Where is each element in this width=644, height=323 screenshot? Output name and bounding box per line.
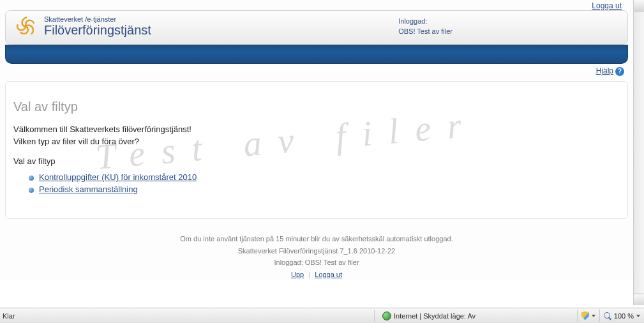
content-panel: Test av filer Val av filtyp Välkommen ti… — [5, 81, 628, 219]
filetype-list: Kontrolluppgifter (KU) för inkomståret 2… — [29, 172, 620, 194]
footer-logged: Inloggad: OBS! Test av filer — [0, 257, 633, 269]
welcome-text: Välkommen till Skatteverkets filöverföri… — [13, 124, 620, 134]
question-text: Vilken typ av filer vill du föra över? — [13, 137, 620, 146]
list-item: Periodisk sammanställning — [29, 184, 620, 194]
status-left: Klar — [0, 312, 370, 320]
help-link[interactable]: Hjälp — [596, 66, 613, 75]
brand-title: Filöverföringstjänst — [44, 23, 151, 38]
footer-timeout: Om du inte använt tjänsten på 15 minuter… — [0, 233, 633, 245]
help-row: Hjälp? — [0, 66, 624, 76]
logout-bar: Logga ut — [0, 0, 633, 10]
filetype-link-periodisk[interactable]: Periodisk sammanställning — [39, 184, 138, 194]
protected-mode-button[interactable] — [577, 310, 599, 322]
chevron-down-icon — [636, 315, 640, 317]
magnifier-icon — [604, 312, 611, 320]
help-icon[interactable]: ? — [615, 67, 624, 76]
filetype-link-ku[interactable]: Kontrolluppgifter (KU) för inkomståret 2… — [39, 172, 197, 182]
zone-text: Internet | Skyddat läge: Av — [394, 312, 476, 320]
footer: Om du inte använt tjänsten på 15 minuter… — [0, 233, 633, 281]
globe-icon — [382, 312, 391, 320]
divider — [374, 310, 375, 322]
browser-statusbar: Klar Internet | Skyddat läge: Av 100 % — [0, 308, 644, 323]
zoom-value: 100 % — [614, 312, 634, 320]
chevron-down-icon — [592, 315, 595, 317]
list-item: Kontrolluppgifter (KU) för inkomståret 2… — [29, 172, 620, 182]
subhead: Val av filtyp — [13, 156, 620, 166]
logout-link-top[interactable]: Logga ut — [592, 1, 622, 10]
footer-version: Skatteverket Filöverföringstjänst 7_1.6 … — [0, 245, 633, 257]
login-info: Inloggad: OBS! Test av filer — [398, 16, 618, 37]
vertical-scrollbar[interactable] — [633, 0, 644, 305]
footer-logout-link[interactable]: Logga ut — [315, 271, 342, 278]
footer-up-link[interactable]: Upp — [291, 271, 304, 278]
nav-bar — [5, 45, 628, 64]
login-label: Inloggad: — [398, 16, 453, 27]
zoom-control[interactable]: 100 % — [599, 310, 644, 322]
header-bar: Skatteverket /e-tjänster Filöverföringst… — [5, 10, 628, 45]
security-zone[interactable]: Internet | Skyddat läge: Av — [378, 312, 479, 320]
shield-icon — [581, 312, 589, 320]
brand-text: Skatteverket /e-tjänster Filöverföringst… — [44, 15, 151, 38]
skatteverket-logo-icon — [15, 15, 38, 38]
brand-subtitle: Skatteverket /e-tjänster — [44, 15, 151, 23]
page-title: Val av filtyp — [13, 100, 620, 114]
login-value: OBS! Test av filer — [398, 26, 453, 37]
footer-separator: | — [308, 271, 310, 278]
